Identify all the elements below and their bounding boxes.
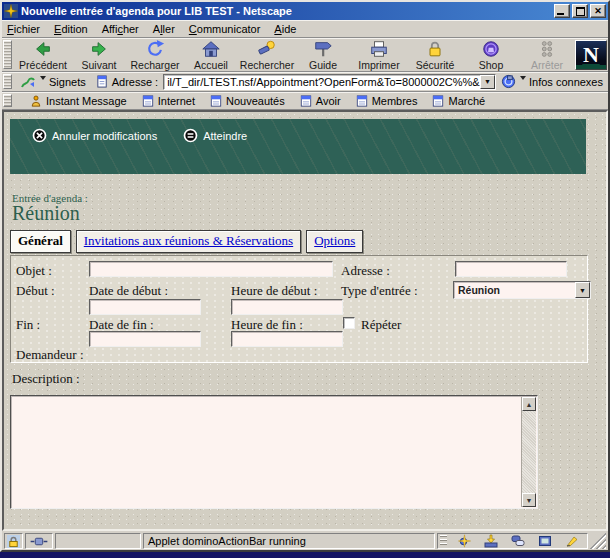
url-input[interactable]: il/T_dir/LTEST.nsf/Appointment?OpenForm&… bbox=[163, 74, 496, 90]
type-entree-value: Réunion bbox=[454, 284, 575, 296]
marche-link[interactable]: Marché bbox=[432, 95, 485, 107]
related-info-button[interactable]: Infos connexes bbox=[496, 74, 608, 89]
person-icon bbox=[30, 95, 42, 107]
objet-input[interactable] bbox=[89, 261, 333, 277]
menu-edition[interactable]: Edition bbox=[54, 23, 88, 35]
tab-options[interactable]: Options bbox=[306, 230, 363, 253]
back-button[interactable]: Précédent bbox=[15, 39, 71, 71]
form-tabs: Général Invitations aux réunions & Réser… bbox=[10, 230, 363, 253]
instant-message-link[interactable]: Instant Message bbox=[30, 95, 127, 107]
close-button[interactable]: ✕ bbox=[590, 4, 606, 18]
applet-status-text: Applet dominoActionBar running bbox=[143, 533, 435, 549]
component-bar-grip[interactable] bbox=[440, 535, 447, 547]
menu-afficher[interactable]: Afficher bbox=[102, 23, 139, 35]
page-icon bbox=[142, 95, 154, 107]
demandeur-label: Demandeur : bbox=[16, 347, 84, 363]
address-icon bbox=[96, 75, 109, 88]
internet-link[interactable]: Internet bbox=[142, 95, 195, 107]
goto-button[interactable]: Atteindre bbox=[183, 128, 247, 143]
guide-button[interactable]: Guide bbox=[295, 39, 351, 71]
netscape-app-icon bbox=[4, 4, 18, 18]
navigation-toolbar: Précédent Suivant Recharger Accueil Rech… bbox=[2, 38, 608, 72]
address-label-group: Adresse : bbox=[91, 75, 163, 88]
discussions-icon[interactable] bbox=[511, 534, 525, 548]
scroll-up-button[interactable]: ▲ bbox=[522, 397, 536, 411]
date-debut-input[interactable] bbox=[89, 299, 201, 315]
window-title: Nouvelle entrée d'agenda pour LIB TEST -… bbox=[21, 5, 551, 17]
forward-button[interactable]: Suivant bbox=[71, 39, 127, 71]
stop-icon bbox=[537, 39, 557, 59]
chevron-down-icon bbox=[40, 76, 46, 80]
fin-label: Fin : bbox=[16, 317, 40, 333]
search-button[interactable]: Rechercher bbox=[239, 39, 295, 71]
page-icon bbox=[210, 95, 222, 107]
menu-communicator[interactable]: Communicator bbox=[189, 23, 261, 35]
scroll-down-button[interactable]: ▼ bbox=[522, 493, 536, 507]
date-debut-label: Date de début : bbox=[89, 283, 168, 299]
reload-icon bbox=[145, 39, 165, 59]
cancel-changes-button[interactable]: Annuler modifications bbox=[32, 128, 157, 143]
debut-label: Début : bbox=[16, 283, 55, 299]
page-icon bbox=[432, 95, 444, 107]
address-bar: Signets Adresse : il/T_dir/LTEST.nsf/App… bbox=[2, 72, 608, 92]
heure-fin-input[interactable] bbox=[231, 331, 343, 347]
tab-general[interactable]: Général bbox=[10, 230, 71, 253]
security-lock-icon bbox=[425, 39, 445, 59]
connection-status bbox=[25, 533, 53, 549]
netscape-window: Nouvelle entrée d'agenda pour LIB TEST -… bbox=[0, 0, 610, 552]
date-fin-input[interactable] bbox=[89, 331, 201, 347]
maximize-button[interactable] bbox=[572, 4, 588, 18]
netscape-logo[interactable]: N bbox=[575, 40, 607, 70]
objet-label: Objet : bbox=[16, 263, 52, 279]
adresse-label: Adresse : bbox=[341, 263, 390, 279]
related-info-icon bbox=[501, 74, 516, 89]
repeter-label: Répéter bbox=[361, 317, 401, 333]
nouveautes-link[interactable]: Nouveautés bbox=[210, 95, 285, 107]
heure-debut-input[interactable] bbox=[231, 299, 343, 315]
composer-icon[interactable] bbox=[565, 534, 579, 548]
window-resize-grip[interactable] bbox=[590, 533, 606, 549]
type-entree-select[interactable]: Réunion ▼ bbox=[453, 281, 591, 299]
back-arrow-icon bbox=[33, 39, 53, 59]
security-button[interactable]: Sécurité bbox=[407, 39, 463, 71]
chevron-down-icon bbox=[520, 76, 526, 80]
shop-icon bbox=[481, 39, 501, 59]
minimize-button[interactable] bbox=[554, 4, 570, 18]
description-textarea[interactable]: ▲ ▼ bbox=[10, 395, 538, 509]
avoir-link[interactable]: Avoir bbox=[300, 95, 341, 107]
bookmarks-icon bbox=[20, 75, 36, 89]
navigator-icon[interactable] bbox=[457, 534, 471, 548]
menu-aller[interactable]: Aller bbox=[153, 23, 175, 35]
repeter-checkbox[interactable] bbox=[343, 317, 355, 329]
adresse-input[interactable] bbox=[455, 261, 567, 277]
chevron-down-icon[interactable]: ▼ bbox=[575, 282, 590, 298]
url-text: il/T_dir/LTEST.nsf/Appointment?OpenForm&… bbox=[164, 76, 480, 88]
shop-button[interactable]: Shop bbox=[463, 39, 519, 71]
reload-button[interactable]: Recharger bbox=[127, 39, 183, 71]
bookmarks-button[interactable]: Signets bbox=[15, 75, 91, 89]
browser-viewport: Annuler modifications Atteindre Entrée d… bbox=[2, 110, 608, 531]
window-controls: ✕ bbox=[554, 4, 606, 18]
page-title: Réunion bbox=[12, 202, 80, 225]
home-button[interactable]: Accueil bbox=[183, 39, 239, 71]
type-entree-label: Type d'entrée : bbox=[341, 283, 418, 299]
textarea-scrollbar[interactable]: ▲ ▼ bbox=[521, 397, 536, 507]
goto-circle-icon bbox=[183, 128, 198, 143]
menu-aide[interactable]: Aide bbox=[274, 23, 296, 35]
address-book-icon[interactable] bbox=[538, 534, 552, 548]
security-lock-icon bbox=[7, 535, 20, 548]
address-label: Adresse : bbox=[112, 76, 158, 88]
print-button[interactable]: Imprimer bbox=[351, 39, 407, 71]
menu-fichier[interactable]: Fichier bbox=[7, 23, 40, 35]
url-history-dropdown[interactable]: ▼ bbox=[480, 75, 495, 89]
component-bar bbox=[437, 533, 588, 549]
tab-invitations-reservations[interactable]: Invitations aux réunions & Réservations bbox=[76, 230, 301, 253]
addressbar-collapse-grip[interactable] bbox=[3, 74, 12, 89]
page-icon bbox=[300, 95, 312, 107]
security-status[interactable] bbox=[4, 533, 23, 549]
membres-link[interactable]: Membres bbox=[356, 95, 418, 107]
personalbar-collapse-grip[interactable] bbox=[3, 94, 12, 107]
stop-button[interactable]: Arrêter bbox=[519, 39, 575, 71]
mail-inbox-icon[interactable] bbox=[484, 534, 498, 548]
toolbar-collapse-grip[interactable] bbox=[3, 40, 12, 69]
